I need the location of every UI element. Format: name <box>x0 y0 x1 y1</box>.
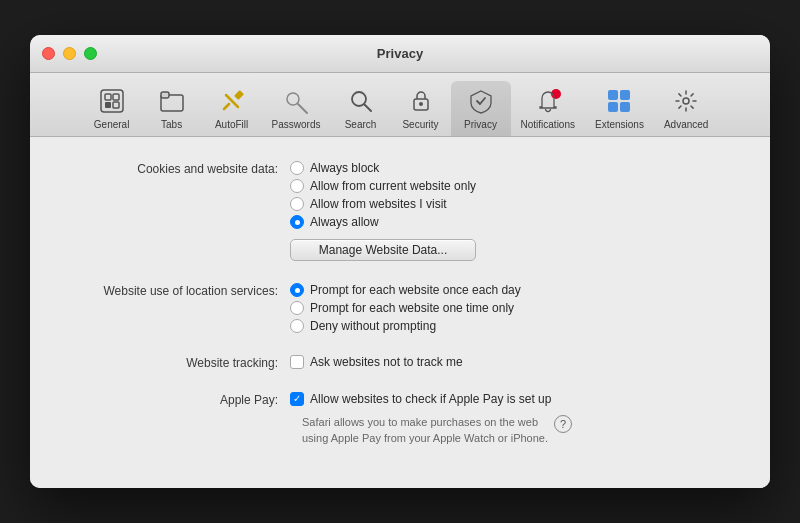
tabs-label: Tabs <box>161 119 182 130</box>
svg-rect-18 <box>620 90 630 100</box>
svg-rect-20 <box>620 102 630 112</box>
radio-websites-i-visit-label: Allow from websites I visit <box>310 197 447 211</box>
checkbox-apple-pay[interactable]: Allow websites to check if Apple Pay is … <box>290 392 551 406</box>
svg-rect-6 <box>161 92 169 98</box>
radio-current-only[interactable]: Allow from current website only <box>290 179 476 193</box>
toolbar-item-notifications[interactable]: Notifications <box>511 81 585 136</box>
security-label: Security <box>402 119 438 130</box>
radio-prompt-one-time-label: Prompt for each website one time only <box>310 301 514 315</box>
toolbar-item-advanced[interactable]: Advanced <box>654 81 718 136</box>
svg-point-21 <box>683 98 689 104</box>
radio-websites-i-visit[interactable]: Allow from websites I visit <box>290 197 476 211</box>
close-button[interactable] <box>42 47 55 60</box>
radio-deny-label: Deny without prompting <box>310 319 436 333</box>
radio-prompt-one-time-circle[interactable] <box>290 301 304 315</box>
toolbar-item-tabs[interactable]: Tabs <box>142 81 202 136</box>
search-icon <box>345 85 377 117</box>
radio-prompt-one-time[interactable]: Prompt for each website one time only <box>290 301 521 315</box>
cookies-row: Cookies and website data: Always block A… <box>70 161 730 261</box>
apple-pay-row: Apple Pay: Allow websites to check if Ap… <box>70 392 730 407</box>
security-icon <box>405 85 437 117</box>
passwords-icon <box>280 85 312 117</box>
checkbox-apple-pay-label: Allow websites to check if Apple Pay is … <box>310 392 551 406</box>
tracking-section: Website tracking: Ask websites not to tr… <box>70 355 730 370</box>
window-title: Privacy <box>377 46 423 61</box>
autofill-label: AutoFill <box>215 119 248 130</box>
location-section: Website use of location services: Prompt… <box>70 283 730 333</box>
svg-line-11 <box>298 104 307 113</box>
content-area: Cookies and website data: Always block A… <box>30 137 770 488</box>
radio-always-block[interactable]: Always block <box>290 161 476 175</box>
search-label: Search <box>345 119 377 130</box>
radio-always-allow-circle[interactable] <box>290 215 304 229</box>
radio-always-block-label: Always block <box>310 161 379 175</box>
svg-rect-17 <box>608 90 618 100</box>
radio-always-block-circle[interactable] <box>290 161 304 175</box>
svg-line-8 <box>224 104 229 109</box>
radio-prompt-each-day-label: Prompt for each website once each day <box>310 283 521 297</box>
maximize-button[interactable] <box>84 47 97 60</box>
main-window: Privacy General <box>30 35 770 488</box>
tracking-row: Website tracking: Ask websites not to tr… <box>70 355 730 370</box>
extensions-icon <box>603 85 635 117</box>
notifications-icon <box>532 85 564 117</box>
privacy-label: Privacy <box>464 119 497 130</box>
radio-websites-i-visit-circle[interactable] <box>290 197 304 211</box>
notifications-label: Notifications <box>521 119 575 130</box>
extensions-label: Extensions <box>595 119 644 130</box>
cookies-label: Cookies and website data: <box>70 161 290 176</box>
location-label: Website use of location services: <box>70 283 290 298</box>
minimize-button[interactable] <box>63 47 76 60</box>
toolbar-item-autofill[interactable]: AutoFill <box>202 81 262 136</box>
passwords-label: Passwords <box>272 119 321 130</box>
general-icon <box>96 85 128 117</box>
apple-pay-note: Safari allows you to make purchases on t… <box>302 415 548 446</box>
svg-rect-2 <box>105 102 111 108</box>
apple-pay-label: Apple Pay: <box>70 392 290 407</box>
location-row: Website use of location services: Prompt… <box>70 283 730 333</box>
traffic-lights <box>42 47 97 60</box>
svg-rect-0 <box>101 90 123 112</box>
svg-point-15 <box>419 102 423 106</box>
toolbar-item-general[interactable]: General <box>82 81 142 136</box>
radio-prompt-each-day[interactable]: Prompt for each website once each day <box>290 283 521 297</box>
general-label: General <box>94 119 130 130</box>
toolbar-item-extensions[interactable]: Extensions <box>585 81 654 136</box>
radio-current-only-label: Allow from current website only <box>310 179 476 193</box>
apple-pay-options: Allow websites to check if Apple Pay is … <box>290 392 551 406</box>
advanced-icon <box>670 85 702 117</box>
tabs-icon <box>156 85 188 117</box>
location-options: Prompt for each website once each day Pr… <box>290 283 521 333</box>
radio-always-allow[interactable]: Always allow <box>290 215 476 229</box>
radio-prompt-each-day-circle[interactable] <box>290 283 304 297</box>
tracking-label: Website tracking: <box>70 355 290 370</box>
svg-rect-1 <box>105 94 111 100</box>
svg-point-10 <box>287 93 299 105</box>
toolbar-item-security[interactable]: Security <box>391 81 451 136</box>
cookies-options: Always block Allow from current website … <box>290 161 476 261</box>
toolbar: General Tabs <box>30 73 770 137</box>
svg-rect-4 <box>113 102 119 108</box>
radio-current-only-circle[interactable] <box>290 179 304 193</box>
toolbar-inner: General Tabs <box>82 81 719 136</box>
svg-rect-9 <box>234 90 244 100</box>
checkbox-apple-pay-box[interactable] <box>290 392 304 406</box>
checkbox-no-track[interactable]: Ask websites not to track me <box>290 355 463 369</box>
radio-deny-circle[interactable] <box>290 319 304 333</box>
apple-pay-section: Apple Pay: Allow websites to check if Ap… <box>70 392 730 446</box>
titlebar: Privacy <box>30 35 770 73</box>
apple-pay-note-row: Safari allows you to make purchases on t… <box>70 413 730 446</box>
tracking-options: Ask websites not to track me <box>290 355 463 369</box>
checkbox-no-track-box[interactable] <box>290 355 304 369</box>
help-icon[interactable]: ? <box>554 415 572 433</box>
manage-website-data-button[interactable]: Manage Website Data... <box>290 239 476 261</box>
svg-line-13 <box>364 105 371 112</box>
svg-rect-19 <box>608 102 618 112</box>
radio-deny[interactable]: Deny without prompting <box>290 319 521 333</box>
toolbar-item-search[interactable]: Search <box>331 81 391 136</box>
toolbar-item-passwords[interactable]: Passwords <box>262 81 331 136</box>
toolbar-item-privacy[interactable]: Privacy <box>451 81 511 136</box>
advanced-label: Advanced <box>664 119 708 130</box>
radio-always-allow-label: Always allow <box>310 215 379 229</box>
svg-rect-3 <box>113 94 119 100</box>
